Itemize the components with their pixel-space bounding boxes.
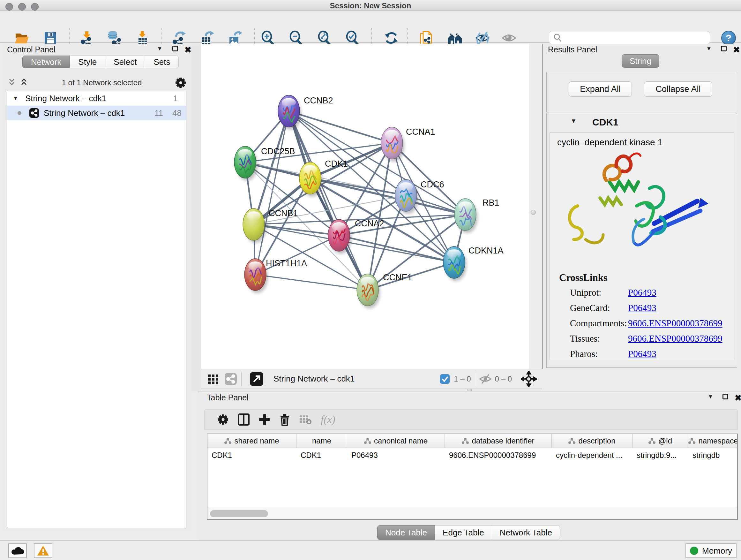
crosslink-value-link[interactable]: 9606.ENSP00000378699: [628, 318, 723, 333]
help-icon[interactable]: ?: [721, 30, 736, 45]
tab-network-table[interactable]: Network Table: [492, 525, 560, 540]
tab-edge-table[interactable]: Edge Table: [435, 525, 492, 540]
network-node-RB1[interactable]: [455, 199, 478, 233]
network-graph[interactable]: CCNB2CCNA1CDC25BCDK1CDC6RB1CCNB1CCNA2CDK…: [201, 44, 529, 369]
add-column-icon[interactable]: [238, 413, 250, 426]
column-header-database-identifier[interactable]: database identifier: [445, 434, 552, 448]
node-label-CDK1: CDK1: [325, 159, 348, 169]
network-node-CCNB2[interactable]: [278, 95, 301, 130]
network-tree: ▼ String Network – cdk1 1 String Network…: [7, 91, 186, 528]
search-field: [549, 31, 710, 44]
network-collection-count: 1: [173, 94, 178, 104]
results-panel-title: Results Panel: [548, 45, 597, 54]
gear-icon[interactable]: [175, 77, 186, 88]
panel-menu-icon[interactable]: ▼: [157, 46, 162, 52]
network-node-CCNE1[interactable]: [357, 274, 380, 308]
left-splitter[interactable]: [192, 44, 201, 391]
panel-menu-icon[interactable]: ▼: [706, 46, 712, 52]
table-row[interactable]: CDK1CDK1P064939606.ENSP00000378699cyclin…: [207, 448, 737, 462]
network-edge-count: 48: [163, 108, 182, 118]
crosslink-value-link[interactable]: 9606.ENSP00000378699: [628, 333, 723, 349]
table-cell: stringdb:9...: [632, 448, 688, 462]
scrollbar-thumb[interactable]: [210, 510, 268, 517]
collapse-all-button[interactable]: Collapse All: [644, 81, 712, 97]
tab-style[interactable]: Style: [70, 56, 105, 68]
crosslink-value-link[interactable]: P06493: [628, 303, 657, 318]
close-panel-icon[interactable]: ✖: [735, 393, 741, 403]
panel-menu-icon[interactable]: ▼: [708, 394, 713, 400]
crosslink-label: GeneCard:: [570, 303, 628, 318]
crosslink-row: GeneCard:P06493: [570, 303, 730, 318]
search-input[interactable]: [565, 32, 710, 44]
tab-network[interactable]: Network: [22, 56, 70, 68]
tab-node-table[interactable]: Node Table: [377, 525, 435, 540]
horizontal-scrollbar[interactable]: [207, 508, 737, 519]
memory-button[interactable]: Memory: [685, 543, 737, 558]
column-header-canonical-name[interactable]: canonical name: [347, 434, 445, 448]
birds-eye-grid-icon[interactable]: [207, 373, 219, 385]
delete-trash-icon[interactable]: [279, 413, 290, 426]
network-row-label: String Network – cdk1: [44, 108, 154, 118]
crosslink-value-link[interactable]: P06493: [628, 287, 657, 303]
status-bar: Memory: [0, 540, 741, 560]
float-panel-icon[interactable]: [721, 46, 727, 51]
cloud-button[interactable]: [8, 543, 27, 558]
close-panel-icon[interactable]: ✖: [185, 45, 192, 55]
control-panel-title: Control Panel: [7, 45, 55, 54]
fit-content-crosshair-icon[interactable]: [521, 371, 537, 387]
table-cell: P06493: [347, 448, 445, 462]
protein-structure-image: [555, 150, 724, 268]
column-header-shared-name[interactable]: shared name: [207, 434, 296, 448]
crosslink-label: Pharos:: [570, 349, 628, 364]
network-node-HIST1H1A[interactable]: [245, 259, 268, 293]
close-panel-icon[interactable]: ✖: [733, 45, 740, 55]
network-node-CCNB1[interactable]: [243, 208, 266, 243]
gear-icon[interactable]: [217, 414, 229, 425]
protein-description: cyclin–dependent kinase 1: [557, 137, 663, 147]
node-label-CCNA1: CCNA1: [406, 127, 435, 137]
table-cell: stringdb: [688, 448, 738, 462]
column-header--id[interactable]: @id: [632, 434, 688, 448]
table-cell: CDK1: [296, 448, 347, 462]
float-panel-icon[interactable]: [172, 46, 178, 51]
share-view-icon[interactable]: [224, 372, 238, 386]
float-panel-icon[interactable]: [723, 394, 728, 399]
column-header-description[interactable]: description: [552, 434, 632, 448]
collapse-triangle-icon[interactable]: ▼: [570, 118, 577, 125]
crosslink-value-link[interactable]: P06493: [628, 349, 657, 364]
toolbar-separator: [241, 372, 242, 386]
crosslink-label: Uniprot:: [570, 287, 628, 303]
network-collection-row[interactable]: ▼ String Network – cdk1 1: [7, 91, 186, 106]
main-toolbar: ?: [0, 11, 741, 43]
add-row-plus-icon[interactable]: [259, 414, 270, 425]
warning-button[interactable]: [34, 543, 52, 558]
table-panel-title: Table Panel: [207, 393, 249, 402]
expand-all-button[interactable]: Expand All: [569, 81, 632, 97]
crosslink-row: Uniprot:P06493: [570, 287, 730, 303]
selected-checkbox-icon[interactable]: [440, 374, 450, 384]
collapse-all-chevron-icon[interactable]: [7, 77, 17, 88]
network-node-CCNA2[interactable]: [328, 219, 351, 254]
node-label-CCNE1: CCNE1: [383, 273, 412, 282]
network-node-CDKN1A[interactable]: [443, 246, 467, 281]
network-canvas[interactable]: CCNB2CCNA1CDC25BCDK1CDC6RB1CCNB1CCNA2CDK…: [201, 44, 529, 369]
open-in-new-window-icon[interactable]: [249, 372, 264, 386]
network-selector-row: 1 of 1 Network selected: [7, 76, 186, 89]
node-label-CDC6: CDC6: [421, 180, 444, 189]
column-header-namespace[interactable]: namespace: [688, 434, 738, 448]
tab-select[interactable]: Select: [105, 56, 145, 68]
control-panel-tabs: NetworkStyleSelectSets: [22, 56, 179, 68]
column-header-name[interactable]: name: [296, 434, 347, 448]
expand-all-chevron-icon[interactable]: [19, 77, 29, 88]
right-splitter[interactable]: [529, 44, 542, 369]
network-row-selected[interactable]: String Network – cdk1 11 48: [7, 106, 186, 120]
node-label-CCNB1: CCNB1: [269, 208, 298, 218]
warning-icon: [37, 545, 50, 557]
table-cell: cyclin-dependent ...: [552, 448, 632, 462]
tab-string[interactable]: String: [622, 54, 659, 68]
node-label-HIST1H1A: HIST1H1A: [266, 259, 307, 268]
tab-sets[interactable]: Sets: [145, 56, 179, 68]
splitter-handle-icon[interactable]: [531, 210, 536, 215]
crosslink-label: Tissues:: [570, 333, 628, 349]
collapse-triangle-icon[interactable]: ▼: [7, 95, 18, 102]
